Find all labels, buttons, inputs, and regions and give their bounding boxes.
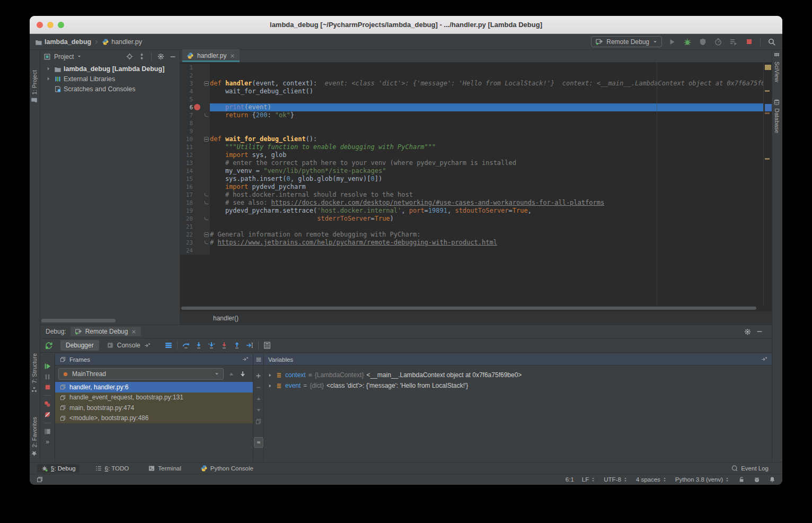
- expand-icon[interactable]: [267, 383, 273, 389]
- project-tree-item[interactable]: Scratches and Consoles: [40, 84, 180, 94]
- code-line[interactable]: 21: [180, 223, 763, 231]
- minimize-window-button[interactable]: [47, 22, 54, 28]
- toolwindow-button--debug[interactable]: 5: Debug: [37, 464, 80, 473]
- add-watch-button[interactable]: [255, 372, 262, 379]
- evaluate-expression-button[interactable]: [262, 340, 272, 351]
- gutter[interactable]: 12: [180, 151, 210, 159]
- gutter[interactable]: 3: [180, 80, 210, 88]
- close-icon[interactable]: [131, 329, 137, 335]
- project-tree-item[interactable]: External Libraries: [40, 74, 180, 84]
- gutter[interactable]: 13: [180, 159, 210, 167]
- gutter[interactable]: 7: [180, 111, 210, 119]
- gutter[interactable]: 4: [180, 88, 210, 95]
- more-actions-icon[interactable]: »: [46, 438, 49, 446]
- editor-code[interactable]: 123def handler(event, context): event: <…: [180, 63, 763, 306]
- next-frame-button[interactable]: [239, 370, 246, 378]
- editor-breadcrumb-scope[interactable]: handler(): [180, 311, 772, 325]
- gutter[interactable]: 20: [180, 215, 210, 223]
- gutter[interactable]: 21: [180, 223, 210, 231]
- toolwindow-tab-sciview[interactable]: SciView: [773, 52, 780, 82]
- fold-marker-icon[interactable]: [204, 232, 209, 237]
- gear-icon[interactable]: [744, 328, 752, 336]
- code-line[interactable]: 15 sys.path.insert(0, glob.glob(my_venv)…: [180, 175, 763, 183]
- gutter[interactable]: 23: [180, 239, 210, 247]
- stack-frame[interactable]: handle_event_request, bootstrap.py:131: [55, 393, 253, 403]
- gutter[interactable]: 8: [180, 119, 210, 127]
- stop-button[interactable]: [44, 383, 51, 391]
- collapse-all-icon[interactable]: [138, 53, 146, 60]
- stripe-mark[interactable]: [765, 112, 770, 114]
- inspections-profile-icon[interactable]: [753, 476, 761, 483]
- editor-tab-handler[interactable]: handler.py: [182, 49, 240, 62]
- zoom-window-button[interactable]: [58, 22, 64, 28]
- code-line[interactable]: 10def wait_for_debug_client():: [180, 135, 763, 143]
- gutter[interactable]: 11: [180, 143, 210, 151]
- remove-watch-button[interactable]: [255, 384, 262, 391]
- gutter[interactable]: 17: [180, 191, 210, 199]
- resume-button[interactable]: [43, 362, 51, 370]
- code-line[interactable]: 24: [180, 247, 763, 255]
- chevron-down-icon[interactable]: [77, 54, 82, 59]
- force-step-into-button[interactable]: [206, 340, 217, 351]
- debug-button[interactable]: [682, 37, 693, 47]
- project-panel-title[interactable]: Project: [54, 53, 74, 60]
- code-line[interactable]: 22# General information on remote debugg…: [180, 231, 763, 239]
- gutter[interactable]: 18: [180, 199, 210, 207]
- gutter[interactable]: 22: [180, 231, 210, 239]
- stripe-mark[interactable]: [765, 158, 770, 160]
- gutter[interactable]: 15: [180, 175, 210, 183]
- gutter[interactable]: 1: [180, 64, 210, 72]
- code-line[interactable]: 8: [180, 119, 763, 127]
- step-over-button[interactable]: [181, 340, 191, 351]
- stack-frame[interactable]: <module>, bootstrap.py:486: [55, 413, 253, 424]
- expand-icon[interactable]: [45, 76, 52, 82]
- status-item[interactable]: 4 spaces: [636, 476, 667, 483]
- notifications-icon[interactable]: [769, 476, 776, 483]
- gutter[interactable]: 5: [180, 95, 210, 103]
- run-to-cursor-button[interactable]: [244, 340, 255, 351]
- code-line[interactable]: 11 """Utility function to enable debuggi…: [180, 143, 763, 151]
- variable-row[interactable]: event = {dict} <class 'dict'>: {'message…: [264, 380, 772, 391]
- gutter[interactable]: 24: [180, 247, 210, 255]
- code-line[interactable]: 5: [180, 95, 763, 103]
- code-line[interactable]: 13 # enter the correct path here to your…: [180, 159, 763, 167]
- editor-hscrollbar[interactable]: [181, 307, 762, 310]
- toolwindow-button-terminal[interactable]: Terminal: [144, 464, 184, 473]
- menu-icon[interactable]: [255, 356, 262, 363]
- code-line[interactable]: 16 import pydevd_pycharm: [180, 183, 763, 191]
- code-line[interactable]: 3def handler(event, context): event: <cl…: [180, 80, 763, 88]
- locate-file-icon[interactable]: [126, 53, 134, 60]
- toolwindow-button-python-console[interactable]: Python Console: [197, 464, 257, 473]
- stripe-mark[interactable]: [765, 104, 772, 111]
- toolwindow-button--todo[interactable]: 6: TODO: [91, 464, 133, 473]
- code-line[interactable]: 17 # host.docker.internal should resolve…: [180, 191, 763, 199]
- gear-icon[interactable]: [157, 53, 165, 60]
- view-breakpoints-button[interactable]: [43, 400, 51, 408]
- close-icon[interactable]: [230, 53, 235, 59]
- code-line[interactable]: 2: [180, 72, 763, 80]
- fold-marker-icon[interactable]: [204, 137, 209, 142]
- pause-button[interactable]: [43, 373, 51, 381]
- status-item[interactable]: 6:1: [566, 476, 574, 483]
- show-execution-point-button[interactable]: [163, 340, 174, 351]
- hide-panel-icon[interactable]: [169, 53, 176, 60]
- code-line[interactable]: 14 my_venv = "venv/lib/python*/site-pack…: [180, 167, 763, 175]
- breakpoint-icon[interactable]: [194, 104, 200, 110]
- status-item[interactable]: LF: [582, 476, 596, 483]
- previous-frame-button[interactable]: [228, 371, 235, 378]
- tab-debugger[interactable]: Debugger: [60, 340, 99, 351]
- float-window-icon[interactable]: [242, 356, 249, 363]
- profiler-button[interactable]: [713, 37, 723, 47]
- run-with-config-button[interactable]: [728, 37, 739, 47]
- move-down-button[interactable]: [255, 407, 262, 413]
- step-into-my-code-button[interactable]: [219, 340, 230, 351]
- debug-session-tab[interactable]: Remote Debug: [70, 327, 142, 336]
- toolwindow-tab-database[interactable]: Database: [773, 99, 780, 133]
- code-line[interactable]: 19 pydevd_pycharm.settrace('host.docker.…: [180, 207, 763, 215]
- gutter[interactable]: 14: [180, 167, 210, 175]
- error-stripe[interactable]: [763, 63, 772, 306]
- gutter[interactable]: 19: [180, 207, 210, 215]
- status-item[interactable]: Python 3.8 (venv): [675, 476, 730, 483]
- float-window-icon[interactable]: [144, 342, 151, 349]
- tab-console[interactable]: Console: [101, 340, 156, 351]
